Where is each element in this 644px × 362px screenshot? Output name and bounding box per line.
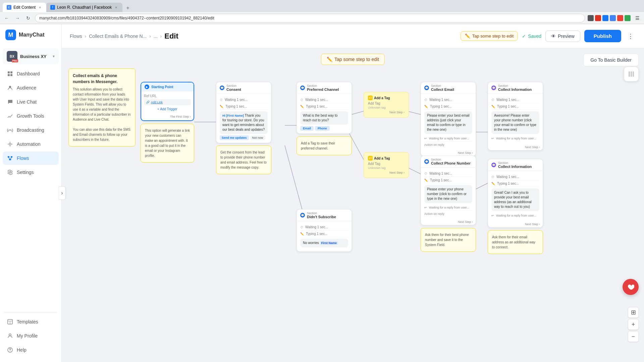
business-selector[interactable]: BX PRO Business XY ▾ bbox=[3, 48, 59, 64]
ci1-waiting: ⏱Waiting 1 sec... bbox=[491, 97, 539, 103]
add-tag-sub-2: Add Tag bbox=[368, 162, 405, 166]
first-step-label: The First Step › bbox=[141, 114, 194, 120]
preferred-buttons: Email Phone bbox=[300, 126, 348, 131]
audience-icon bbox=[7, 84, 13, 91]
didnt-subscribe-node[interactable]: 💬 Section Didn't Subscribe ⏱Waiting 1 se… bbox=[297, 209, 352, 252]
sidebar-item-settings[interactable]: Settings bbox=[3, 166, 59, 179]
sidebar-item-dashboard[interactable]: Dashboard bbox=[3, 67, 59, 80]
profile-icon bbox=[7, 333, 13, 339]
svg-point-5 bbox=[9, 129, 11, 131]
new-tab-button[interactable]: + bbox=[124, 4, 132, 12]
flow-canvas[interactable]: Collect emails & phone numbers in Messen… bbox=[62, 48, 644, 362]
collect-info-1-node[interactable]: 💬 Section Collect Information ⏱Waiting 1… bbox=[488, 82, 543, 150]
back-button[interactable]: ← bbox=[3, 14, 11, 22]
sidebar-collapse-button[interactable]: › bbox=[59, 186, 65, 200]
add-tag-icon-1: 🏷 bbox=[368, 96, 373, 100]
address-bar[interactable]: manychat.com/fb181039443240830909/cms/fi… bbox=[35, 14, 585, 22]
sidebar-item-live-chat[interactable]: Live Chat bbox=[3, 95, 59, 109]
tab-edit-content[interactable]: E Edit Content × bbox=[3, 3, 46, 12]
main-content: Flows › Collect Emails & Phone N... › ..… bbox=[62, 24, 644, 362]
breadcrumb-flows[interactable]: Flows bbox=[70, 34, 82, 39]
consent-node[interactable]: 💬 Section Consent ⏱ Waiting 1 sec... ✏️ bbox=[216, 82, 271, 143]
breadcrumb: Flows › Collect Emails & Phone N... › ..… bbox=[70, 32, 178, 41]
ci1-typing: ✏️Typing 1 sec... bbox=[491, 103, 539, 110]
settings-icon bbox=[7, 169, 13, 176]
forward-button[interactable]: → bbox=[13, 14, 21, 22]
refresh-button[interactable]: ↻ bbox=[24, 14, 32, 22]
didnt-sub-section: Section bbox=[307, 212, 336, 215]
svg-rect-8 bbox=[11, 156, 12, 158]
collect-info-2-section: Section bbox=[498, 161, 532, 165]
svg-point-4 bbox=[9, 86, 11, 88]
sidebar-item-label: Templates bbox=[17, 319, 38, 324]
ci2-waiting: ⏱Waiting 1 sec... bbox=[491, 174, 539, 180]
floating-action-button[interactable] bbox=[623, 279, 639, 295]
tab-close-edit[interactable]: × bbox=[38, 5, 42, 10]
info-card-preferred-text: Add a Tag to save their preferred channe… bbox=[301, 141, 335, 150]
collect-phone-section: Section bbox=[431, 158, 471, 161]
sidebar-item-my-profile[interactable]: My Profile bbox=[3, 329, 59, 343]
tab-close-fb[interactable]: × bbox=[114, 5, 118, 10]
logo-text: ManyChat bbox=[19, 32, 44, 38]
add-tag-sub-1: Add Tag bbox=[368, 102, 405, 105]
zoom-in-button[interactable]: + bbox=[628, 319, 639, 330]
tab-label-edit: Edit Content bbox=[13, 5, 36, 10]
info-card-3: Get the consent from the lead to provide… bbox=[216, 145, 271, 174]
ci2-message: Great! Can I ask you to provide your bes… bbox=[491, 188, 539, 211]
sidebar-item-audience[interactable]: Audience bbox=[3, 81, 59, 95]
preferred-section-label: Section bbox=[307, 84, 339, 87]
sidebar-item-templates[interactable]: Templates bbox=[3, 315, 59, 328]
sidebar-item-help[interactable]: Help bbox=[3, 343, 59, 357]
basic-builder-button[interactable]: Go To Basic Builder bbox=[583, 54, 639, 66]
sidebar-item-label: Growth Tools bbox=[17, 113, 44, 119]
info-card-additional-email-text: Ask them for their email address as an a… bbox=[492, 235, 535, 249]
sidebar-item-growth-tools[interactable]: Growth Tools bbox=[3, 109, 59, 123]
publish-button[interactable]: Publish bbox=[584, 30, 621, 42]
collect-phone-title: Collect Phone Number bbox=[431, 161, 471, 165]
page-header: Flows › Collect Emails & Phone N... › ..… bbox=[62, 24, 644, 48]
more-options-button[interactable]: ⋮ bbox=[625, 31, 636, 42]
profile-icon[interactable]: ☰ bbox=[633, 14, 641, 22]
add-tag-node-1[interactable]: 🏷 Add a Tag Add Tag Unknown tag Next Ste… bbox=[364, 92, 409, 118]
add-tag-icon-2: 🏷 bbox=[368, 156, 373, 161]
sidebar-item-label: Live Chat bbox=[17, 99, 37, 105]
consent-typing: ✏️ Typing 1 sec... bbox=[220, 103, 268, 110]
collect-info-1-title: Collect Information bbox=[498, 87, 532, 92]
zoom-out-button[interactable]: − bbox=[628, 331, 639, 342]
preview-label: Preview bbox=[558, 34, 575, 39]
sidebar-bottom: Templates My Profile Help bbox=[0, 315, 61, 357]
consent-waiting: ⏱ Waiting 1 sec... bbox=[220, 97, 268, 103]
chevron-down-icon: ▾ bbox=[53, 54, 55, 59]
sidebar-item-broadcasting[interactable]: Broadcasting bbox=[3, 123, 59, 137]
breadcrumb-ellipsis[interactable]: ... bbox=[154, 34, 158, 39]
align-center-button[interactable]: ⊞ bbox=[628, 307, 639, 318]
starting-point-node[interactable]: ▶ Starting Point Ref URL 🔗 Add Link + Ad… bbox=[141, 82, 194, 163]
add-trigger-link[interactable]: + Add Trigger bbox=[144, 107, 191, 111]
add-tag-node-2[interactable]: 🏷 Add a Tag Add Tag Unknown tag Next Ste… bbox=[364, 152, 409, 178]
tab-favicon-fb: f bbox=[50, 5, 55, 10]
sidebar-item-flows[interactable]: Flows bbox=[3, 152, 59, 165]
collect-info-2-node[interactable]: 💬 Section Collect Information ⏱Waiting 1… bbox=[488, 159, 543, 254]
info-card-text-1: This solution allows you to collect cont… bbox=[73, 87, 131, 142]
preview-button[interactable]: 👁 Preview bbox=[545, 31, 580, 42]
ext-icon-2 bbox=[595, 15, 601, 21]
collect-phone-node[interactable]: 💬 Section Collect Phone Number ⏱Waiting … bbox=[421, 156, 476, 252]
tab-facebook[interactable]: f Leon R. Chaudhari | Facebook × bbox=[46, 3, 122, 12]
magic-wand-button[interactable] bbox=[624, 67, 639, 81]
consent-title: Consent bbox=[226, 87, 241, 92]
preferred-channel-icon: 💬 bbox=[300, 85, 305, 90]
info-card-phone-text: Ask them for their best phone number and… bbox=[425, 233, 469, 247]
add-tag-title-1: Add a Tag bbox=[374, 96, 390, 100]
add-tag-next-2: Next Step › bbox=[368, 171, 405, 174]
ci2-typing: ✏️Typing 1 sec... bbox=[491, 180, 539, 187]
svg-point-14 bbox=[9, 334, 11, 336]
sidebar-item-automation[interactable]: Automation bbox=[3, 137, 59, 151]
automation-icon bbox=[7, 141, 13, 147]
collect-email-title: Collect Email bbox=[431, 87, 454, 92]
saved-indicator: ✓ Saved bbox=[522, 34, 541, 39]
preferred-channel-node[interactable]: 💬 Section Preferred Channel ⏱ Waiting 1 … bbox=[297, 82, 352, 155]
sidebar-item-label: Settings bbox=[17, 170, 34, 175]
address-text: manychat.com/fb181039443240830909/cms/fi… bbox=[39, 16, 214, 20]
breadcrumb-flow-name[interactable]: Collect Emails & Phone N... bbox=[89, 34, 147, 39]
app-logo: M ManyChat bbox=[0, 29, 61, 46]
